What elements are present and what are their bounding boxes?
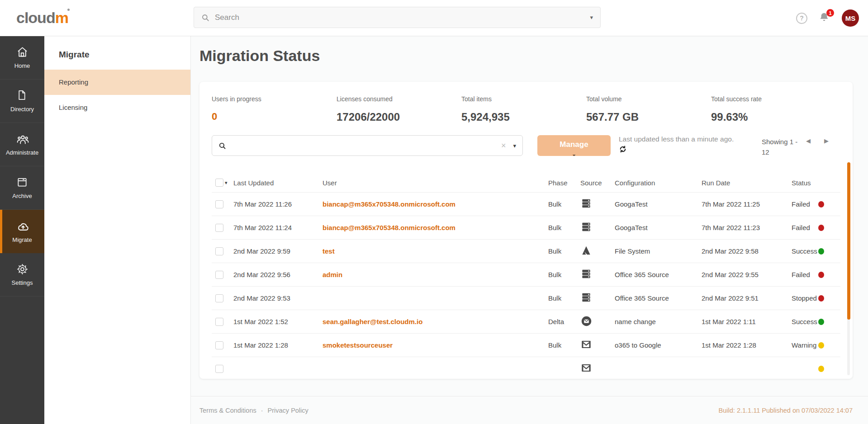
status-label: Failed: [792, 271, 810, 278]
stat-block: Total volume 567.77 GB: [586, 95, 711, 123]
select-all-checkbox[interactable]: [215, 179, 223, 187]
sidebar-item-settings[interactable]: Settings: [0, 253, 44, 297]
stats-row: Users in progress 0 Licenses consumed 17…: [212, 95, 840, 123]
cell-last-updated: 7th Mar 2022 11:24: [233, 224, 323, 231]
cell-configuration: File System: [615, 247, 702, 255]
user-link[interactable]: biancap@m365x705348.onmicrosoft.com: [323, 200, 455, 208]
row-checkbox[interactable]: [215, 294, 223, 302]
cell-configuration: o365 to Google: [615, 341, 702, 349]
table-row[interactable]: 2nd Mar 2022 9:59 test Bulk File System …: [212, 239, 840, 263]
stat-block: Total success rate 99.63%: [711, 95, 836, 123]
submenu-item-licensing[interactable]: Licensing: [44, 95, 190, 120]
avatar[interactable]: MS: [842, 9, 859, 27]
status-label: Warning: [792, 341, 816, 349]
search-icon: [201, 14, 209, 22]
column-phase[interactable]: Phase: [548, 179, 580, 187]
status-dot: [818, 295, 824, 302]
app-window: cloudm ▾ ? 1 MS Home Directory Administr…: [0, 0, 868, 424]
manage-caret-icon: ▾: [573, 152, 575, 156]
user-link[interactable]: admin: [323, 271, 342, 278]
column-last-updated[interactable]: Last Updated: [233, 179, 323, 187]
table-row[interactable]: [212, 357, 840, 379]
column-configuration[interactable]: Configuration: [615, 179, 702, 187]
status-label: Failed: [792, 224, 810, 231]
search-dropdown-caret-icon[interactable]: ▾: [590, 14, 593, 20]
gear-icon: [16, 263, 28, 275]
gmail-icon: [580, 362, 592, 374]
user-link[interactable]: biancap@m365x705348.onmicrosoft.com: [323, 224, 455, 231]
user-link[interactable]: smoketestsourceuser: [323, 341, 393, 349]
next-page-icon[interactable]: ▶: [824, 137, 829, 144]
help-icon[interactable]: ?: [796, 13, 807, 24]
status-dot: [818, 201, 824, 207]
row-checkbox[interactable]: [215, 365, 223, 373]
table-scrollbar-thumb[interactable]: [847, 162, 850, 320]
terms-link[interactable]: Terms & Conditions: [199, 407, 256, 414]
user-link[interactable]: test: [323, 247, 335, 255]
sidebar-item-migrate[interactable]: Migrate: [0, 210, 44, 253]
row-checkbox[interactable]: [215, 341, 223, 349]
table-row[interactable]: 2nd Mar 2022 9:53 Bulk Office 365 Source…: [212, 286, 840, 310]
cell-phase: Bulk: [548, 224, 580, 231]
status-label: Success: [792, 318, 817, 325]
stat-block: Total items 5,924,935: [461, 95, 586, 123]
table-row[interactable]: 2nd Mar 2022 9:56 admin Bulk Office 365 …: [212, 263, 840, 286]
table-row[interactable]: 7th Mar 2022 11:24 biancap@m365x705348.o…: [212, 216, 840, 239]
clear-filter-icon[interactable]: ×: [501, 141, 506, 151]
prev-page-icon[interactable]: ◀: [806, 137, 811, 144]
cell-phase: Bulk: [548, 341, 580, 349]
refresh-icon[interactable]: [619, 145, 627, 153]
column-user[interactable]: User: [323, 179, 548, 187]
status-dot: [818, 342, 824, 349]
column-run-date[interactable]: Run Date: [702, 179, 792, 187]
table-row[interactable]: 7th Mar 2022 11:26 biancap@m365x705348.o…: [212, 192, 840, 216]
submenu-item-reporting[interactable]: Reporting: [44, 70, 190, 95]
privacy-link[interactable]: Privacy Policy: [268, 407, 308, 414]
submenu-title: Migrate: [44, 36, 190, 60]
global-search[interactable]: ▾: [194, 7, 601, 28]
status-dot: [818, 319, 824, 325]
manage-button-label: Manage: [560, 140, 588, 149]
sidebar-item-administrate[interactable]: Administrate: [0, 123, 44, 166]
table-body: 7th Mar 2022 11:26 biancap@m365x705348.o…: [212, 192, 840, 379]
column-source[interactable]: Source: [580, 179, 615, 187]
user-link[interactable]: sean.gallagher@test.cloudm.io: [323, 318, 422, 325]
table-row[interactable]: 1st Mar 2022 1:28 smoketestsourceuser Bu…: [212, 333, 840, 357]
row-checkbox[interactable]: [215, 271, 223, 279]
table-row[interactable]: 1st Mar 2022 1:52 sean.gallagher@test.cl…: [212, 310, 840, 333]
cell-configuration: GoogaTest: [615, 200, 702, 208]
notifications-button[interactable]: 1: [818, 12, 831, 24]
migrations-table: ▾ Last Updated User Phase Source Configu…: [212, 173, 840, 379]
filter-search-box[interactable]: × ▾: [212, 135, 523, 156]
migration-status-card: Users in progress 0 Licenses consumed 17…: [199, 82, 853, 379]
filter-search-icon: [218, 142, 226, 150]
row-checkbox[interactable]: [215, 318, 223, 326]
filter-search-input[interactable]: [231, 142, 501, 150]
cell-phase: Bulk: [548, 294, 580, 302]
global-search-input[interactable]: [215, 13, 590, 22]
status-dot: [818, 366, 824, 372]
pagination-arrows: ◀ ▶: [806, 137, 829, 144]
sidebar-item-directory[interactable]: Directory: [0, 80, 44, 123]
cell-run-date: 7th Mar 2022 11:25: [702, 200, 792, 208]
document-icon: [16, 90, 28, 102]
archive-icon: [16, 176, 28, 188]
row-checkbox[interactable]: [215, 224, 223, 232]
row-checkbox[interactable]: [215, 200, 223, 208]
row-checkbox[interactable]: [215, 247, 223, 255]
table-header: ▾ Last Updated User Phase Source Configu…: [212, 173, 840, 192]
status-dot: [818, 248, 824, 254]
cloudm-logo[interactable]: cloudm: [16, 9, 68, 27]
select-all-caret-icon[interactable]: ▾: [225, 180, 228, 186]
sidebar-item-archive[interactable]: Archive: [0, 166, 44, 210]
pagination-info: Showing 1 - 12: [762, 137, 802, 158]
notification-badge: 1: [826, 9, 834, 17]
manage-button[interactable]: Manage ▾: [537, 135, 611, 156]
column-status[interactable]: Status: [792, 179, 840, 187]
sidebar-item-home[interactable]: Home: [0, 36, 44, 80]
cell-run-date: 7th Mar 2022 11:23: [702, 224, 792, 231]
filter-dropdown-caret-icon[interactable]: ▾: [513, 142, 516, 149]
footer: Terms & Conditions · Privacy Policy Buil…: [191, 396, 868, 424]
stat-block: Users in progress 0: [212, 95, 337, 123]
server-stack-icon: [580, 221, 592, 233]
